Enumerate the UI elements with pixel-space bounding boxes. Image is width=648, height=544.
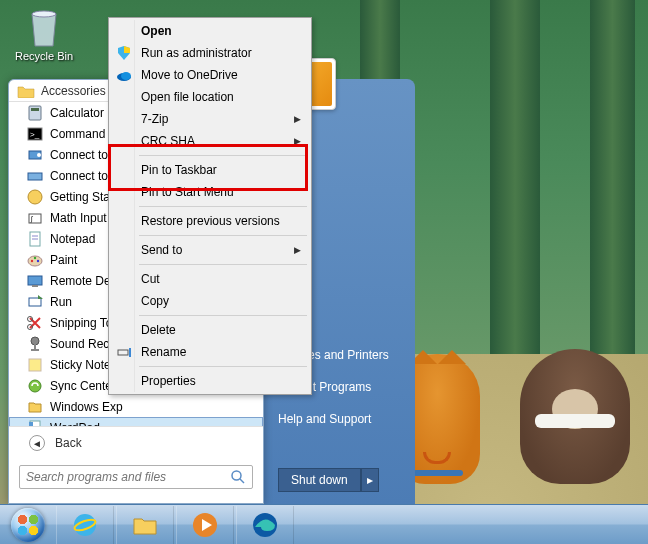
context-menu-label: Restore previous versions	[141, 214, 280, 228]
context-menu-run-as-administrator[interactable]: Run as administrator	[111, 42, 309, 64]
svg-point-8	[28, 190, 42, 204]
context-menu-label: Send to	[141, 243, 182, 257]
submenu-arrow-icon: ▶	[294, 136, 301, 146]
start-menu-search-box[interactable]	[19, 465, 253, 489]
svg-point-28	[29, 380, 41, 392]
sync-icon	[27, 378, 43, 394]
start-right-help[interactable]: Help and Support	[264, 403, 415, 435]
edge-icon	[251, 511, 279, 539]
program-label: Sticky Notes	[50, 358, 117, 372]
svg-point-24	[31, 337, 39, 345]
start-menu-back-button[interactable]: ◄ Back	[9, 426, 263, 459]
program-label: Notepad	[50, 232, 95, 246]
context-menu-label: Move to OneDrive	[141, 68, 238, 82]
context-menu-crc-sha[interactable]: CRC SHA▶	[111, 130, 309, 152]
context-menu-delete[interactable]: Delete	[111, 319, 309, 341]
context-menu-label: Delete	[141, 323, 176, 337]
svg-rect-37	[118, 350, 128, 355]
taskbar	[0, 504, 648, 544]
svg-rect-25	[34, 344, 36, 349]
context-menu-label: Open file location	[141, 90, 234, 104]
svg-point-36	[121, 72, 131, 80]
context-menu-pin-to-taskbar[interactable]: Pin to Taskbar	[111, 159, 309, 181]
media-player-icon	[191, 511, 219, 539]
context-menu-properties[interactable]: Properties	[111, 370, 309, 392]
svg-rect-19	[32, 285, 38, 287]
recycle-bin-desktop-icon[interactable]: Recycle Bin	[14, 6, 74, 62]
program-label: Sync Center	[50, 379, 116, 393]
program-label: Windows Exp	[50, 400, 123, 414]
sound-icon	[27, 336, 43, 352]
cmd-icon: >_	[27, 126, 43, 142]
context-menu-separator	[139, 206, 307, 207]
program-label: Paint	[50, 253, 77, 267]
svg-point-15	[31, 259, 33, 261]
context-menu-label: 7-Zip	[141, 112, 168, 126]
rename-icon	[116, 344, 132, 360]
submenu-arrow-icon: ▶	[294, 245, 301, 255]
context-menu-separator	[139, 264, 307, 265]
start-button[interactable]	[2, 506, 54, 544]
context-menu-open-file-location[interactable]: Open file location	[111, 86, 309, 108]
program-label: WordPad	[50, 421, 100, 427]
context-menu-label: Cut	[141, 272, 160, 286]
svg-rect-27	[29, 359, 41, 371]
svg-point-0	[32, 11, 56, 17]
svg-point-16	[34, 256, 36, 258]
snip-icon	[27, 315, 43, 331]
windows-orb-icon	[11, 508, 45, 542]
program-label: Run	[50, 295, 72, 309]
context-menu-move-to-onedrive[interactable]: Move to OneDrive	[111, 64, 309, 86]
taskbar-media-player-button[interactable]	[176, 506, 234, 544]
search-icon	[230, 469, 246, 485]
svg-line-32	[240, 479, 244, 483]
context-menu-restore-previous-versions[interactable]: Restore previous versions	[111, 210, 309, 232]
context-menu-label: Run as administrator	[141, 46, 252, 60]
wordpad-icon	[27, 420, 43, 427]
taskbar-explorer-button[interactable]	[116, 506, 174, 544]
svg-point-31	[232, 471, 241, 480]
svg-rect-2	[31, 108, 39, 111]
context-menu: OpenRun as administratorMove to OneDrive…	[108, 17, 312, 395]
context-menu-copy[interactable]: Copy	[111, 290, 309, 312]
context-menu-rename[interactable]: Rename	[111, 341, 309, 363]
shutdown-options-button[interactable]: ▸	[361, 468, 379, 492]
program-item-explorer[interactable]: Windows Exp	[9, 396, 263, 417]
svg-marker-34	[124, 46, 130, 53]
file-explorer-icon	[131, 511, 159, 539]
run-icon	[27, 294, 43, 310]
svg-marker-21	[38, 295, 43, 299]
projector-icon	[27, 147, 43, 163]
back-arrow-icon: ◄	[29, 435, 45, 451]
context-menu-open[interactable]: Open	[111, 20, 309, 42]
program-label: Command P	[50, 127, 117, 141]
search-input[interactable]	[26, 470, 230, 484]
taskbar-ie-button[interactable]	[56, 506, 114, 544]
program-label: Calculator	[50, 106, 104, 120]
calculator-icon	[27, 105, 43, 121]
context-menu-label: CRC SHA	[141, 134, 195, 148]
context-menu-label: Pin to Start Menu	[141, 185, 234, 199]
svg-point-6	[37, 153, 41, 157]
svg-text:>_: >_	[30, 130, 40, 139]
context-menu-send-to[interactable]: Send to▶	[111, 239, 309, 261]
recycle-bin-icon	[26, 6, 62, 48]
context-menu-separator	[139, 315, 307, 316]
submenu-arrow-icon: ▶	[294, 114, 301, 124]
start-menu-folder-label: Accessories	[41, 84, 106, 98]
svg-rect-7	[28, 173, 42, 180]
program-item-wordpad[interactable]: WordPad	[9, 417, 263, 426]
context-menu-cut[interactable]: Cut	[111, 268, 309, 290]
svg-rect-18	[28, 276, 42, 285]
context-menu-7-zip[interactable]: 7-Zip▶	[111, 108, 309, 130]
remote-icon	[27, 273, 43, 289]
internet-explorer-icon	[71, 511, 99, 539]
svg-rect-20	[29, 298, 41, 306]
context-menu-label: Copy	[141, 294, 169, 308]
taskbar-edge-button[interactable]	[236, 506, 294, 544]
recycle-bin-label: Recycle Bin	[15, 50, 73, 62]
shutdown-button[interactable]: Shut down	[278, 468, 361, 492]
explorer-icon	[27, 399, 43, 415]
context-menu-pin-to-start-menu[interactable]: Pin to Start Menu	[111, 181, 309, 203]
notepad-icon	[27, 231, 43, 247]
